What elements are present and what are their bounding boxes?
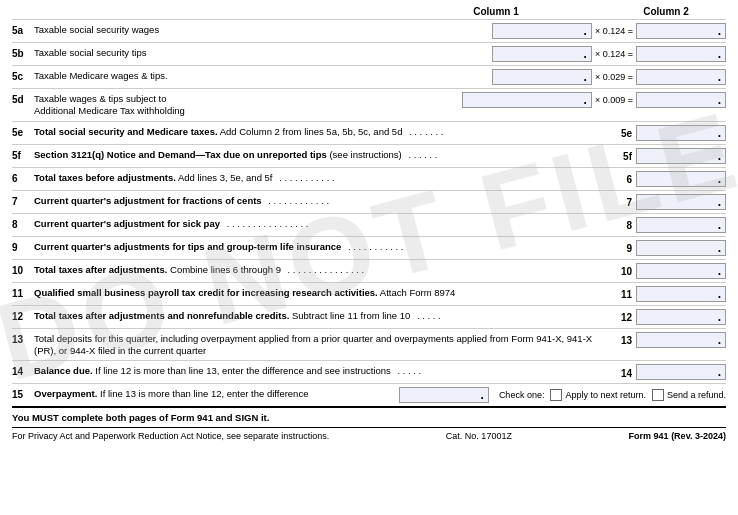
row-10-label: Total taxes after adjustments. Combine l…: [34, 263, 606, 276]
row-15: 15 Overpayment. If line 13 is more than …: [12, 383, 726, 406]
row-5b-multiplier: × 0.124 =: [595, 49, 633, 59]
col1-header: Column 1: [396, 6, 596, 17]
row-5e-input[interactable]: .: [636, 125, 726, 141]
row-13-inputs: 13 .: [606, 332, 726, 348]
row-13-label: Total deposits for this quarter, includi…: [34, 332, 606, 358]
row-5c-label: Taxable Medicare wages & tips.: [34, 69, 492, 82]
row-5f-number: 5f: [12, 148, 34, 161]
row-7-inputs: 7 .: [606, 194, 726, 210]
row-8: 8 Current quarter's adjustment for sick …: [12, 213, 726, 236]
row-8-input[interactable]: .: [636, 217, 726, 233]
row-10-input[interactable]: .: [636, 263, 726, 279]
row-15-option1-checkbox[interactable]: [550, 389, 562, 401]
row-10-number: 10: [12, 263, 34, 276]
row-14: 14 Balance due. If line 12 is more than …: [12, 360, 726, 383]
form-941: DO NOT FILE Column 1 Column 2 5a Taxable…: [0, 0, 738, 449]
footer-line: For Privacy Act and Paperwork Reduction …: [12, 427, 726, 441]
row-5b-col1-input[interactable]: .: [492, 46, 592, 62]
row-5e-inputs: 5e .: [606, 125, 726, 141]
row-5c-multiplier: × 0.029 =: [595, 72, 633, 82]
row-9-label: Current quarter's adjustments for tips a…: [34, 240, 606, 253]
privacy-note: For Privacy Act and Paperwork Reduction …: [12, 431, 329, 441]
row-12-inputs: 12 .: [606, 309, 726, 325]
row-13-number: 13: [12, 332, 34, 345]
row-6: 6 Total taxes before adjustments. Add li…: [12, 167, 726, 190]
row-5d: 5d Taxable wages & tips subject to Addit…: [12, 88, 726, 121]
row-10-lineref: 10: [606, 264, 636, 277]
row-5d-number: 5d: [12, 92, 34, 105]
row-5b-number: 5b: [12, 46, 34, 59]
row-5b-inputs: . × 0.124 = .: [492, 46, 726, 62]
row-5d-label: Taxable wages & tips subject to Addition…: [34, 92, 462, 118]
row-13-input[interactable]: .: [636, 332, 726, 348]
row-11-lineref: 11: [606, 287, 636, 300]
row-10: 10 Total taxes after adjustments. Combin…: [12, 259, 726, 282]
must-complete-note: You MUST complete both pages of Form 941…: [12, 412, 726, 423]
row-5e-lineref: 5e: [606, 126, 636, 139]
row-5f-input[interactable]: .: [636, 148, 726, 164]
row-15-option1-label: Apply to next return.: [565, 390, 646, 400]
row-7-label: Current quarter's adjustment for fractio…: [34, 194, 606, 207]
row-11-input[interactable]: .: [636, 286, 726, 302]
row-15-option2-label: Send a refund.: [667, 390, 726, 400]
row-15-number: 15: [12, 387, 34, 400]
row-14-label: Balance due. If line 12 is more than lin…: [34, 364, 606, 377]
row-11-inputs: 11 .: [606, 286, 726, 302]
row-5d-col2-input[interactable]: .: [636, 92, 726, 108]
row-5a-col2-input[interactable]: .: [636, 23, 726, 39]
row-5c-col2-input[interactable]: .: [636, 69, 726, 85]
row-12: 12 Total taxes after adjustments and non…: [12, 305, 726, 328]
row-8-inputs: 8 .: [606, 217, 726, 233]
row-9-input[interactable]: .: [636, 240, 726, 256]
row-7-lineref: 7: [606, 195, 636, 208]
row-6-inputs: 6 .: [606, 171, 726, 187]
cat-no: Cat. No. 17001Z: [446, 431, 512, 441]
col2-header: Column 2: [616, 6, 716, 17]
row-5b-col2-input[interactable]: .: [636, 46, 726, 62]
row-11: 11 Qualified small business payroll tax …: [12, 282, 726, 305]
row-11-number: 11: [12, 286, 34, 299]
row-6-lineref: 6: [606, 172, 636, 185]
row-5f-inputs: 5f .: [606, 148, 726, 164]
row-5c-inputs: . × 0.029 = .: [492, 69, 726, 85]
row-9-lineref: 9: [606, 241, 636, 254]
row-5e-label: Total social security and Medicare taxes…: [34, 125, 606, 138]
row-5a-col1-input[interactable]: .: [492, 23, 592, 39]
row-15-option2-checkbox[interactable]: [652, 389, 664, 401]
row-5d-multiplier: × 0.009 =: [595, 95, 633, 105]
row-14-input[interactable]: .: [636, 364, 726, 380]
row-10-inputs: 10 .: [606, 263, 726, 279]
row-5f: 5f Section 3121(q) Notice and Demand—Tax…: [12, 144, 726, 167]
row-5a: 5a Taxable social security wages . × 0.1…: [12, 19, 726, 42]
row-12-number: 12: [12, 309, 34, 322]
row-5a-inputs: . × 0.124 = .: [492, 23, 726, 39]
row-7-number: 7: [12, 194, 34, 207]
row-9-number: 9: [12, 240, 34, 253]
row-5a-number: 5a: [12, 23, 34, 36]
row-6-input[interactable]: .: [636, 171, 726, 187]
row-5d-col1-input[interactable]: .: [462, 92, 592, 108]
row-15-label: Overpayment. If line 13 is more than lin…: [34, 387, 399, 400]
bottom-notes: You MUST complete both pages of Form 941…: [12, 406, 726, 443]
row-5e: 5e Total social security and Medicare ta…: [12, 121, 726, 144]
row-5c: 5c Taxable Medicare wages & tips. . × 0.…: [12, 65, 726, 88]
row-12-lineref: 12: [606, 310, 636, 323]
row-9: 9 Current quarter's adjustments for tips…: [12, 236, 726, 259]
row-5b: 5b Taxable social security tips . × 0.12…: [12, 42, 726, 65]
row-13-lineref: 13: [606, 333, 636, 346]
row-15-option1-container: Apply to next return.: [550, 389, 646, 401]
row-14-inputs: 14 .: [606, 364, 726, 380]
row-15-check-label: Check one:: [499, 390, 545, 400]
row-15-option2-container: Send a refund.: [652, 389, 726, 401]
row-6-label: Total taxes before adjustments. Add line…: [34, 171, 606, 184]
row-12-input[interactable]: .: [636, 309, 726, 325]
row-15-input[interactable]: .: [399, 387, 489, 403]
row-14-lineref: 14: [606, 366, 636, 379]
row-7-input[interactable]: .: [636, 194, 726, 210]
row-8-lineref: 8: [606, 218, 636, 231]
form-ref: Form 941 (Rev. 3-2024): [629, 431, 726, 441]
row-5c-col1-input[interactable]: .: [492, 69, 592, 85]
row-14-number: 14: [12, 364, 34, 377]
row-6-number: 6: [12, 171, 34, 184]
column-headers: Column 1 Column 2: [12, 6, 726, 17]
